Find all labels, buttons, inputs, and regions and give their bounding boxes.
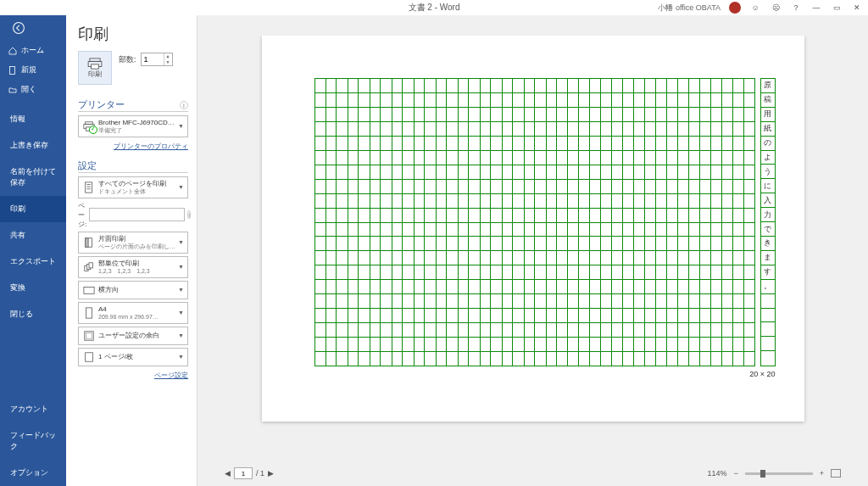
- nav-export[interactable]: エクスポート: [0, 249, 66, 275]
- nav-account[interactable]: アカウント: [0, 396, 66, 422]
- page-setup-link[interactable]: ページ設定: [154, 371, 188, 379]
- genko-header-column: 原稿用紙のように入力できます。: [760, 78, 776, 366]
- face-smile-icon[interactable]: ☺: [749, 3, 761, 12]
- page-range-label: ページ:: [78, 201, 86, 229]
- chevron-down-icon: ▼: [178, 332, 184, 338]
- svg-rect-17: [84, 287, 94, 293]
- chevron-down-icon: ▼: [178, 239, 184, 245]
- zoom-in-icon[interactable]: +: [820, 469, 824, 478]
- chevron-down-icon: ▼: [178, 354, 184, 360]
- close-icon[interactable]: ✕: [851, 3, 863, 12]
- nav-info[interactable]: 情報: [0, 106, 66, 132]
- svg-rect-18: [86, 308, 92, 318]
- zoom-level: 114%: [707, 469, 726, 478]
- nav-close[interactable]: 閉じる: [0, 301, 66, 327]
- collate-dropdown[interactable]: 部単位で印刷1,2,3 1,2,3 1,2,3 ▼: [78, 256, 188, 278]
- zoom-fit-icon[interactable]: [831, 469, 841, 478]
- back-button[interactable]: [0, 15, 66, 41]
- zoom-out-icon[interactable]: −: [733, 469, 737, 478]
- chevron-down-icon: ▼: [178, 184, 184, 190]
- paper-size-dropdown[interactable]: A4209.98 mm x 296.97… ▼: [78, 302, 188, 324]
- spin-down-icon[interactable]: ▼: [164, 59, 172, 65]
- collate-icon: [82, 261, 96, 273]
- orientation-dropdown[interactable]: 横方向 ▼: [78, 281, 188, 299]
- single-side-icon: [82, 237, 96, 249]
- svg-rect-2: [90, 58, 100, 61]
- current-page-input[interactable]: [234, 467, 253, 479]
- nav-print[interactable]: 印刷: [0, 196, 66, 222]
- preview-area: 原稿用紙のように入力できます。 20 × 20 ◀ / 1 ▶ 114% − +: [198, 15, 868, 486]
- page-title: 印刷: [78, 24, 188, 44]
- help-icon[interactable]: ?: [790, 3, 802, 12]
- printer-section-title: プリンター: [78, 98, 125, 111]
- printer-dropdown[interactable]: Brother MFC-J6970CD…準備完了 ▼: [78, 115, 188, 137]
- document-icon: [82, 182, 96, 193]
- grid-size-label: 20 × 20: [749, 370, 775, 378]
- settings-section-title: 設定: [78, 159, 97, 172]
- nav-feedback[interactable]: フィードバック: [0, 422, 66, 460]
- nav-home[interactable]: ホーム: [0, 41, 66, 60]
- chevron-down-icon: ▼: [178, 123, 184, 129]
- page-range-input[interactable]: [89, 208, 185, 221]
- svg-rect-20: [86, 332, 92, 338]
- per-sheet-icon: [82, 351, 96, 363]
- window-title: 文書 2 - Word: [409, 2, 460, 14]
- nav-options[interactable]: オプション: [0, 460, 66, 486]
- svg-rect-4: [92, 64, 99, 68]
- nav-saveas[interactable]: 名前を付けて保存: [0, 159, 66, 196]
- printer-icon: [82, 120, 96, 132]
- copies-spinner[interactable]: ▲▼: [141, 53, 173, 66]
- nav-share[interactable]: 共有: [0, 222, 66, 249]
- total-pages: / 1: [256, 469, 264, 478]
- margins-icon: [82, 330, 96, 342]
- copies-label: 部数:: [119, 54, 136, 65]
- svg-rect-13: [86, 238, 89, 248]
- user-avatar[interactable]: [729, 2, 741, 14]
- pages-per-sheet-dropdown[interactable]: 1 ページ/枚 ▼: [78, 348, 188, 366]
- prev-page-icon[interactable]: ◀: [225, 469, 231, 478]
- spin-up-icon[interactable]: ▲: [164, 53, 172, 59]
- restore-icon[interactable]: ▭: [831, 3, 843, 12]
- nav-rail: ホーム 新規 開く 情報 上書き保存 名前を付けて保存 印刷 共有 エクスポート…: [0, 15, 66, 486]
- nav-new[interactable]: 新規: [0, 60, 66, 80]
- svg-rect-1: [10, 66, 15, 74]
- svg-rect-16: [89, 263, 92, 268]
- svg-rect-21: [86, 353, 93, 362]
- page-icon: [82, 307, 96, 319]
- print-button[interactable]: 印刷: [78, 51, 112, 85]
- chevron-down-icon: ▼: [178, 264, 184, 270]
- margins-dropdown[interactable]: ユーザー設定の余白 ▼: [78, 327, 188, 345]
- minimize-icon[interactable]: —: [810, 3, 822, 12]
- nav-transform[interactable]: 変換: [0, 275, 66, 301]
- svg-point-0: [14, 23, 25, 34]
- copies-input[interactable]: [142, 53, 164, 65]
- svg-rect-8: [86, 182, 92, 193]
- printer-properties-link[interactable]: プリンターのプロパティ: [114, 142, 188, 150]
- pages-dropdown[interactable]: すべてのページを印刷ドキュメント全体 ▼: [78, 176, 188, 198]
- chevron-down-icon: ▼: [178, 310, 184, 316]
- nav-save[interactable]: 上書き保存: [0, 132, 66, 159]
- info-icon[interactable]: i: [187, 210, 191, 219]
- nav-open[interactable]: 開く: [0, 80, 66, 99]
- face-sad-icon[interactable]: ☹: [770, 3, 782, 12]
- zoom-slider[interactable]: [745, 472, 813, 475]
- side-dropdown[interactable]: 片面印刷ページの片面のみを印刷し… ▼: [78, 232, 188, 254]
- page-preview: 原稿用紙のように入力できます。 20 × 20: [262, 36, 804, 422]
- next-page-icon[interactable]: ▶: [268, 469, 274, 478]
- print-panel: 印刷 印刷 部数: ▲▼ プリンターi Brother MFC-J6970CD……: [66, 15, 198, 486]
- info-icon[interactable]: i: [180, 101, 188, 109]
- chevron-down-icon: ▼: [178, 287, 184, 293]
- landscape-icon: [82, 284, 96, 296]
- user-name[interactable]: 小幡 office OBATA: [658, 3, 721, 14]
